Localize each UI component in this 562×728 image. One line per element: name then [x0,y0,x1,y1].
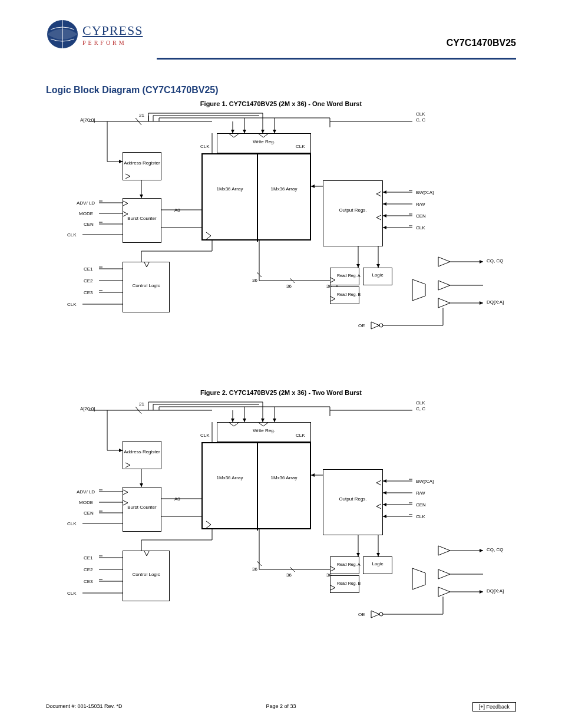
svg-text:36: 36 [286,284,292,289]
figure1-diagram: 21 [82,110,495,345]
clk-label-burst-2: CLK [67,521,77,526]
clk2-label: CLK [416,111,425,117]
figure2-caption: Figure 2. CY7C1470BV25 (2M x 36) - Two W… [46,389,516,396]
svg-marker-133 [438,546,450,555]
svg-marker-135 [480,549,483,552]
ce3-label: CE3 [84,290,93,295]
svg-marker-69 [480,301,483,305]
svg-marker-65 [438,281,450,290]
logo: CYPRESS PERFORM [46,18,143,51]
svg-marker-136 [438,569,450,579]
section-title: Logic Block Diagram (CY7C1470BV25) [46,85,219,95]
cc-label: C, C [416,117,425,123]
clk-label-ctl: CLK [67,302,77,307]
dq-label: DQ[X:A] [487,299,504,305]
svg-text:36: 36 [286,572,292,578]
output-regs-box-2 [323,469,383,535]
svg-marker-62 [438,257,450,266]
svg-text:21: 21 [139,113,144,118]
read-reg-a-label: Read Reg. A [337,274,361,278]
read-reg-b-label: Read Reg. B [337,292,361,297]
logo-name: CYPRESS [82,23,143,38]
clk-label-burst: CLK [67,232,77,238]
bwx-label-2: BW[X:A] [416,479,434,484]
control-logic-label: Control Logic [124,283,168,288]
advld-label: ADV/ LD [77,200,95,206]
part-number: CY7C1470BV25 [447,38,516,48]
cen-label-r: CEN [416,213,426,219]
cc-label-2: C, C [416,406,425,411]
logic-box-label: Logic [363,272,392,278]
mem-b-label: 1Mx36 Array [258,186,310,192]
output-regs-label-2: Output Regs. [324,496,382,502]
figure2-diagram: 21 [82,398,495,634]
svg-text:36: 36 [252,278,257,283]
oe-label: OE [358,323,365,328]
logic-box-label-2: Logic [363,561,392,566]
cq-label-2: CQ, CQ [487,547,503,552]
addr-reg-box-2 [123,441,161,469]
ce2-label: CE2 [84,278,93,284]
clk-write-right-2: CLK [296,433,305,438]
a0-label-2: A0 [174,496,180,502]
cen-label: CEN [84,222,94,227]
mode-label-2: MODE [79,500,93,505]
output-regs-label: Output Regs. [324,207,382,213]
cen-label-r-2: CEN [416,502,426,508]
dq-label-2: DQ[X:A] [487,588,504,594]
clk-label-r-2: CLK [416,514,425,519]
rw-label-2: R/W [416,490,425,496]
addr-reg-label: Address Register [124,160,160,166]
clk-label-r: CLK [416,225,425,230]
mem-a-label: 1Mx36 Array [204,186,256,192]
read-reg-b-label-2: Read Reg. B [337,581,361,585]
clk-write-left-2: CLK [200,433,210,438]
svg-marker-140 [480,590,483,594]
svg-marker-141 [412,568,425,589]
addr-reg-box [123,152,161,180]
svg-marker-71 [371,322,379,329]
clk-write-left: CLK [200,144,210,149]
cen-label-2: CEN [84,510,94,516]
ce3-label-2: CE3 [84,579,93,584]
addr-reg-label-2: Address Register [124,449,160,454]
burst-counter-label: Burst Counter [124,216,160,221]
burst-counter-label-2: Burst Counter [124,505,160,510]
mem-a-label-2: 1Mx36 Array [204,475,256,480]
ce1-label: CE1 [84,266,93,272]
clk-label-ctl-2: CLK [67,591,77,596]
bwx-label: BW[X:A] [416,190,434,195]
feedback-button[interactable]: [+] Feedback [472,702,516,711]
a-bus-label: A[20:0] [80,117,95,123]
a0-label: A0 [174,207,180,213]
mode-label: MODE [79,211,93,216]
clk2-label-2: CLK [416,400,425,406]
svg-marker-138 [438,587,450,597]
control-logic-label-2: Control Logic [124,572,168,577]
rw-label: R/W [416,202,425,207]
svg-marker-70 [412,279,425,301]
svg-text:36: 36 [252,566,257,572]
svg-marker-67 [438,298,450,308]
figure1-caption: Figure 1. CY7C1470BV25 (2M x 36) - One W… [46,100,516,107]
cq-label: CQ, CQ [487,258,503,263]
a-bus-label-2: A[20:0] [80,406,95,411]
clk-write-right: CLK [296,144,305,149]
read-reg-a-label-2: Read Reg. A [337,562,361,566]
ce1-label-2: CE1 [84,555,93,561]
oe-label-2: OE [358,612,365,617]
svg-text:21: 21 [139,401,144,407]
globe-icon [46,18,79,51]
svg-marker-64 [480,260,483,263]
logo-sub: PERFORM [82,39,143,46]
header-rule [157,58,516,60]
advld-label-2: ADV/ LD [77,489,95,495]
mem-b-label-2: 1Mx36 Array [258,475,310,480]
memory-box-2 [201,442,311,529]
ce2-label-2: CE2 [84,567,93,572]
svg-marker-142 [371,611,379,618]
memory-box [201,153,311,241]
output-regs-box [323,180,383,246]
